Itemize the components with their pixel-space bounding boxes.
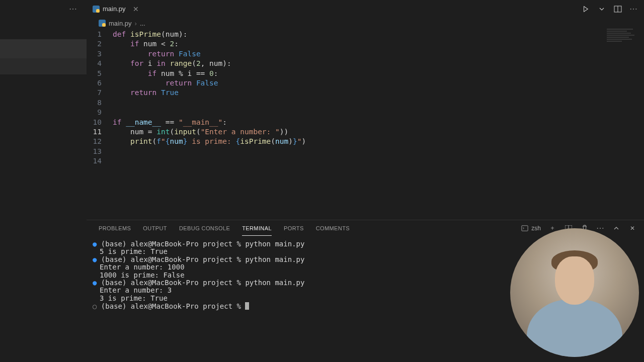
line-number: 9 <box>87 108 113 117</box>
python-file-icon <box>93 6 100 13</box>
tab-terminal[interactable]: TERMINAL <box>242 221 272 236</box>
breadcrumb[interactable]: main.py › ... <box>87 18 644 29</box>
breadcrumb-tail: ... <box>140 20 145 27</box>
tab-debug-console[interactable]: DEBUG CONSOLE <box>179 221 230 235</box>
editor-area: main.py › ... 1def isPrime(num): 2 if nu… <box>87 18 644 362</box>
close-icon[interactable]: ✕ <box>131 5 141 13</box>
webcam-overlay <box>510 228 639 357</box>
line-number: 7 <box>87 88 113 98</box>
line-number: 4 <box>87 59 113 68</box>
line-number: 11 <box>87 127 113 137</box>
main-row: main.py › ... 1def isPrime(num): 2 if nu… <box>0 18 644 362</box>
tab-problems[interactable]: PROBLEMS <box>99 221 131 235</box>
shell-indicator[interactable]: zsh <box>521 225 541 232</box>
split-editor-icon[interactable] <box>613 5 622 14</box>
more-icon[interactable]: ⋯ <box>69 4 77 14</box>
svg-rect-5 <box>102 23 106 27</box>
close-panel-icon[interactable]: ✕ <box>628 224 637 233</box>
line-number: 8 <box>87 98 113 108</box>
editor-tabs: main.py ✕ <box>87 0 147 18</box>
bottom-panel: PROBLEMS OUTPUT DEBUG CONSOLE TERMINAL P… <box>87 220 644 362</box>
sidebar-hover[interactable] <box>0 58 87 74</box>
tab-main-py[interactable]: main.py ✕ <box>87 0 147 18</box>
terminal-icon <box>521 225 528 232</box>
title-bar-left: ⋯ <box>0 4 87 14</box>
terminal-more-icon[interactable]: ⋯ <box>596 223 605 233</box>
line-number: 1 <box>87 30 113 39</box>
title-bar-right: ⋯ <box>581 4 644 14</box>
chevron-down-icon[interactable] <box>597 5 606 14</box>
tab-label: main.py <box>103 5 126 13</box>
chevron-up-icon[interactable] <box>612 224 621 233</box>
more-actions-icon[interactable]: ⋯ <box>629 4 638 14</box>
tab-output[interactable]: OUTPUT <box>143 221 167 235</box>
line-number: 14 <box>87 156 113 166</box>
tab-ports[interactable]: PORTS <box>284 221 304 235</box>
run-icon[interactable] <box>581 5 590 14</box>
title-bar: ⋯ main.py ✕ ⋯ <box>0 0 644 18</box>
breadcrumb-file: main.py <box>109 20 132 27</box>
shell-name: zsh <box>531 225 541 232</box>
line-number: 12 <box>87 137 113 146</box>
svg-rect-1 <box>96 9 100 13</box>
sidebar <box>0 18 87 362</box>
minimap[interactable] <box>607 29 637 44</box>
line-number: 6 <box>87 78 113 88</box>
chevron-right-icon: › <box>135 20 137 27</box>
line-number: 3 <box>87 49 113 59</box>
python-file-icon <box>99 20 106 27</box>
line-number: 5 <box>87 69 113 78</box>
svg-rect-6 <box>522 225 528 231</box>
tab-comments[interactable]: COMMENTS <box>316 221 350 235</box>
sidebar-selection[interactable] <box>0 39 87 58</box>
line-number: 10 <box>87 118 113 127</box>
terminal-cursor <box>245 302 249 310</box>
line-number: 2 <box>87 39 113 49</box>
line-number: 13 <box>87 147 113 156</box>
code-editor[interactable]: 1def isPrime(num): 2 if num < 2: 3 retur… <box>87 29 644 220</box>
